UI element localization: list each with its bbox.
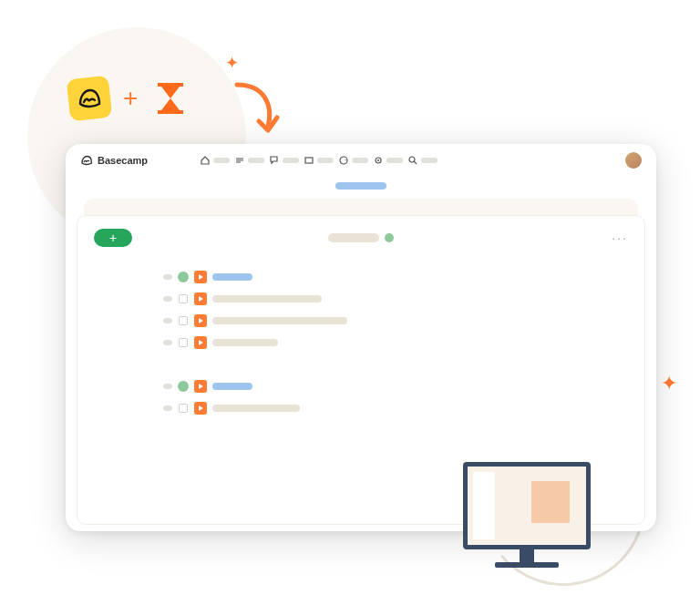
nav-home[interactable] xyxy=(201,156,230,165)
list-item[interactable] xyxy=(163,336,628,349)
avatar[interactable] xyxy=(625,152,642,169)
task-bar xyxy=(212,273,252,281)
brand-name: Basecamp xyxy=(98,155,148,166)
active-tab-indicator xyxy=(335,182,386,190)
lineup-icon xyxy=(235,156,244,165)
integration-logos: + xyxy=(68,77,190,119)
pings-icon xyxy=(270,156,279,165)
drag-handle-icon[interactable] xyxy=(163,296,172,302)
topbar: Basecamp xyxy=(66,144,656,177)
todo-list xyxy=(163,271,628,415)
checkbox[interactable] xyxy=(179,404,188,413)
task-bar xyxy=(212,405,300,412)
stacked-card-back xyxy=(84,199,638,215)
monitor-screen-icon xyxy=(463,462,591,549)
task-bar xyxy=(212,383,252,390)
monitor-illustration xyxy=(463,462,591,568)
home-icon xyxy=(201,156,210,165)
status-dot-icon xyxy=(178,272,189,282)
checkbox[interactable] xyxy=(179,316,188,325)
card-title xyxy=(328,233,394,242)
plus-icon: + xyxy=(123,84,138,113)
nav xyxy=(201,156,438,165)
drag-handle-icon[interactable] xyxy=(163,340,172,345)
drag-handle-icon[interactable] xyxy=(163,384,172,389)
drag-handle-icon[interactable] xyxy=(163,274,172,280)
nav-pings[interactable] xyxy=(270,156,299,165)
task-bar xyxy=(212,295,322,303)
nav-activity[interactable] xyxy=(339,156,368,165)
play-icon[interactable] xyxy=(194,292,207,305)
basecamp-logo-icon xyxy=(80,155,93,166)
svg-rect-0 xyxy=(305,158,313,163)
nav-hey[interactable] xyxy=(304,156,334,165)
play-icon[interactable] xyxy=(194,271,207,283)
task-bar xyxy=(212,339,278,346)
nav-find[interactable] xyxy=(408,156,438,165)
list-item[interactable] xyxy=(163,292,628,305)
checkbox[interactable] xyxy=(179,338,188,347)
nav-stuff[interactable] xyxy=(374,156,403,165)
play-icon[interactable] xyxy=(194,336,207,349)
arrow-icon xyxy=(228,77,283,141)
svg-point-4 xyxy=(409,157,415,162)
play-icon[interactable] xyxy=(194,380,207,393)
drag-handle-icon[interactable] xyxy=(163,318,172,323)
search-icon xyxy=(408,156,417,165)
play-icon[interactable] xyxy=(194,402,207,415)
brand[interactable]: Basecamp xyxy=(80,155,148,166)
hourglass-icon xyxy=(150,78,190,118)
more-menu[interactable]: ··· xyxy=(612,231,628,245)
drag-handle-icon[interactable] xyxy=(163,405,172,411)
list-item[interactable] xyxy=(163,271,628,283)
activity-icon xyxy=(339,156,348,165)
gear-icon xyxy=(374,156,383,165)
add-button[interactable]: + xyxy=(94,229,132,247)
list-item[interactable] xyxy=(163,314,628,327)
status-dot-icon xyxy=(178,381,189,392)
task-bar xyxy=(212,317,347,324)
status-dot-icon xyxy=(385,233,394,242)
sparkle-icon: ✦ xyxy=(225,53,239,73)
list-item[interactable] xyxy=(163,380,628,393)
sparkle-icon: ✦ xyxy=(661,372,677,395)
list-item[interactable] xyxy=(163,402,628,415)
checkbox[interactable] xyxy=(179,294,188,303)
hey-icon xyxy=(304,156,314,165)
svg-line-5 xyxy=(414,161,417,164)
basecamp-badge-icon xyxy=(67,76,113,122)
play-icon[interactable] xyxy=(194,314,207,327)
nav-lineup[interactable] xyxy=(235,156,264,165)
svg-point-3 xyxy=(377,159,379,161)
